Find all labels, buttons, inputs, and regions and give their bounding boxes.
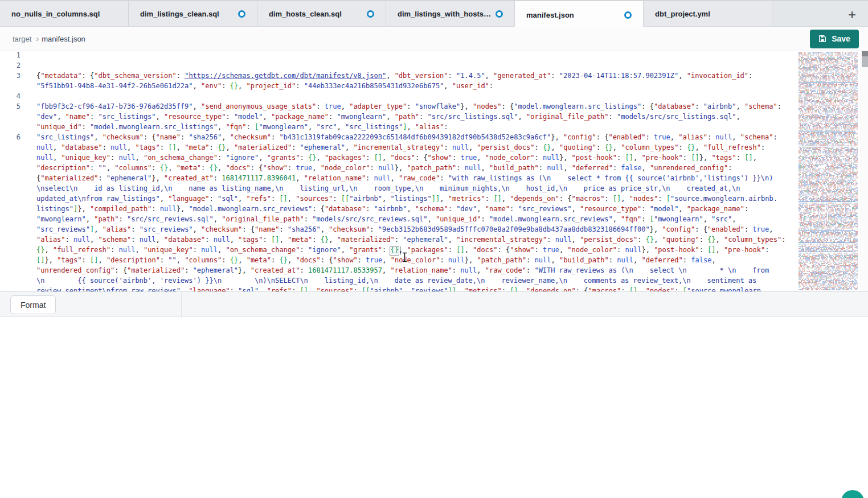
pane-divider [181,292,182,318]
plus-icon: + [848,7,856,23]
code-line[interactable]: review_sentiment\nfrom raw_reviews", "la… [36,287,797,291]
code-line[interactable]: null, "database": null, "tags": [], "met… [36,143,797,154]
code-line[interactable]: "unrendered_config": {"materialized": "e… [36,266,797,277]
code-line[interactable]: listings"]}, "compiled_path": null}, "mo… [36,205,797,215]
code-area[interactable]: {"metadata": {"dbt_schema_version": "htt… [28,51,797,291]
code-line[interactable]: "unique_id": "model.mwonglearn.src_listi… [36,123,797,133]
tab-label: no_nulls_in_columns.sql [11,10,100,18]
tab-dbt-project-yml[interactable]: dbt_project.yml [644,1,772,26]
text-caret [400,246,401,255]
line-number [0,205,28,215]
results-pane [0,318,868,498]
line-number [0,277,28,287]
line-number: 2 [0,61,28,72]
code-line[interactable]: "alias": null, "schema": null, "database… [36,236,797,246]
modified-dot-icon [496,10,503,18]
scrollbar-thumb-cap [862,51,868,56]
line-number [0,195,28,205]
format-button[interactable]: Format [10,295,56,314]
line-number [0,287,28,291]
code-editor[interactable]: 123456 {"metadata": {"dbt_schema_version… [0,51,868,291]
matching-bracket-highlight [390,246,399,256]
code-line[interactable]: []}, "tags": [], "description": "", "col… [36,256,797,266]
code-line[interactable]: updated_at\nfrom raw_listings", "languag… [36,195,797,205]
code-line[interactable]: "fbb9f3c2-cf96-4a17-b736-976a62d35ff9", … [36,102,797,113]
modified-dot-icon [624,11,632,19]
tab-no-nulls-in-columns-sql[interactable]: no_nulls_in_columns.sql [0,1,129,26]
code-line[interactable]: "dev", "name": "src_listings", "resource… [36,113,797,123]
tab-label: dim_listings_clean.sql [140,10,219,18]
floppy-disk-icon [818,35,826,43]
code-line[interactable]: "description": "", "columns": {}, "meta"… [36,164,797,174]
tab-dim-hosts-clean-sql[interactable]: dim_hosts_clean.sql [257,1,386,26]
tab-dim-listings-clean-sql[interactable]: dim_listings_clean.sql [129,1,257,26]
line-number: 1 [0,51,28,61]
line-number: 4 [0,92,28,102]
chevron-right-icon: › [36,34,39,43]
editor-scrollbar[interactable] [861,51,868,291]
tab-label: dbt_project.yml [655,10,710,18]
code-line[interactable]: {"metadata": {"dbt_schema_version": "htt… [36,72,797,82]
code-line[interactable]: null, "unique_key": null, "on_schema_cha… [36,154,797,164]
code-line[interactable] [36,61,797,72]
code-line[interactable]: \nselect\n id as listing_id,\n name as l… [36,184,797,195]
tab-dim-listings-with-hosts-sql[interactable]: dim_listings_with_hosts.sql [386,1,515,26]
scrollbar-thumb[interactable] [862,56,868,67]
line-number [0,184,28,195]
modified-dot-icon [367,10,374,18]
line-number [0,246,28,256]
line-number-gutter: 123456 [0,51,28,291]
line-number [0,236,28,246]
tab-bar: no_nulls_in_columns.sqldim_listings_clea… [0,0,868,27]
line-number [0,174,28,184]
line-number [0,164,28,174]
line-number [0,225,28,236]
line-number: 5 [0,102,28,113]
new-tab-button[interactable]: + [841,1,863,28]
breadcrumb-filename: manifest.json [42,35,85,43]
line-number [0,143,28,154]
mouse-ibeam-cursor [402,252,408,265]
code-line[interactable] [36,51,797,61]
line-number [0,82,28,92]
code-line[interactable]: "src_reviews"], "alias": "src_reviews", … [36,225,797,236]
code-line[interactable]: \n {{ source('airbnb', 'reviews') }}\n \… [36,277,797,287]
code-line[interactable]: "5f51bb91-94b8-4e31-94f2-26b5e061d22a", … [36,82,797,92]
breadcrumb-folder: target [13,35,31,43]
breadcrumb-bar: target › manifest.json Save [0,27,868,51]
tab-label: dim_listings_with_hosts.sql [398,10,491,18]
line-number: 6 [0,133,28,143]
line-number: 3 [0,72,28,82]
save-button[interactable]: Save [810,30,859,48]
line-number [0,113,28,123]
tab-label: dim_hosts_clean.sql [269,10,342,18]
modified-dot-icon [238,10,245,18]
line-number [0,123,28,133]
line-number [0,154,28,164]
line-number [0,266,28,277]
code-line[interactable]: "mwonglearn", "path": "src/src_reviews.s… [36,215,797,225]
tab-label: manifest.json [526,11,574,19]
code-line[interactable]: "src_listings", "checksum": {"name": "sh… [36,133,797,143]
line-number [0,256,28,266]
bottom-toolbar: Format [0,291,868,317]
tab-manifest-json[interactable]: manifest.json [515,1,644,28]
line-number [0,215,28,225]
code-line[interactable] [36,92,797,102]
save-label: Save [832,34,850,43]
minimap[interactable] [797,51,861,291]
code-line[interactable]: {}, "full_refresh": null, "unique_key": … [36,246,797,256]
code-line[interactable]: {"materialized": "ephemeral"}, "created_… [36,174,797,184]
